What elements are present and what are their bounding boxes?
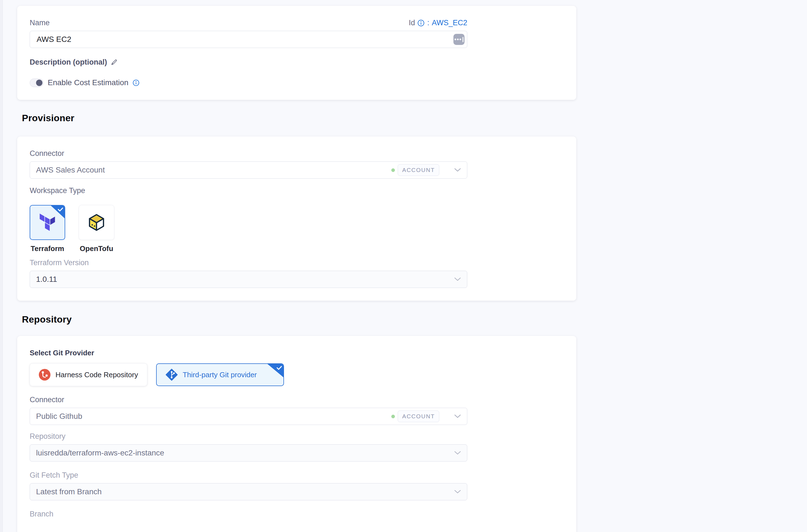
workspace-type-opentofu-tile[interactable] [79, 205, 114, 240]
git-provider-harness-label: Harness Code Repository [56, 370, 138, 379]
git-fetch-type-select[interactable]: Latest from Branch [30, 483, 467, 500]
git-fetch-type-value: Latest from Branch [36, 487, 439, 496]
git-provider-thirdparty-label: Third-party Git provider [183, 370, 257, 379]
repository-select[interactable]: luisredda/terraform-aws-ec2-instance [30, 444, 467, 461]
workspace-details-card: Name Id : AWS_EC2 Description (optional) [17, 6, 576, 100]
harness-code-icon [39, 369, 51, 381]
check-icon [276, 365, 282, 370]
repository-card: Select Git Provider Harness Code Reposit… [17, 336, 576, 532]
tile-label-terraform: Terraform [31, 244, 64, 253]
repository-value: luisredda/terraform-aws-ec2-instance [36, 449, 439, 457]
scope-badge: ACCOUNT [398, 411, 439, 422]
provisioner-heading: Provisioner [22, 113, 576, 124]
check-icon [58, 207, 63, 212]
workspace-type-terraform-tile[interactable] [30, 205, 65, 240]
workspace-type-label: Workspace Type [30, 186, 564, 195]
fixed-value-type-icon[interactable] [454, 34, 464, 45]
workspace-config-page: Name Id : AWS_EC2 Description (optional) [17, 0, 576, 532]
description-label: Description (optional) [30, 58, 107, 66]
git-icon [166, 368, 178, 381]
repository-label: Repository [30, 432, 564, 441]
chevron-down-icon [454, 490, 461, 494]
git-provider-harness-button[interactable]: Harness Code Repository [30, 363, 147, 386]
id-label: Id [409, 19, 415, 27]
pencil-icon[interactable] [110, 59, 118, 66]
git-fetch-type-label: Git Fetch Type [30, 471, 564, 479]
opentofu-icon [88, 213, 105, 232]
repo-connector-label: Connector [30, 396, 564, 404]
scope-dot-icon [391, 415, 395, 418]
repo-connector-select[interactable]: Public Github ACCOUNT [30, 408, 467, 425]
provisioner-connector-label: Connector [30, 149, 564, 158]
provisioner-card: Connector AWS Sales Account ACCOUNT Work… [17, 136, 576, 301]
chevron-down-icon [454, 168, 461, 172]
name-input[interactable] [30, 35, 454, 44]
workspace-id: Id : AWS_EC2 [409, 19, 467, 27]
info-icon[interactable] [417, 19, 425, 26]
chevron-down-icon [454, 414, 461, 418]
scope-dot-icon [391, 168, 395, 172]
chevron-down-icon [454, 278, 461, 281]
id-value-link[interactable]: AWS_EC2 [432, 19, 467, 27]
terraform-version-label: Terraform Version [30, 259, 564, 267]
tile-label-opentofu: OpenTofu [80, 244, 113, 253]
scope-badge: ACCOUNT [398, 164, 439, 176]
repository-heading: Repository [22, 314, 576, 325]
git-provider-label: Select Git Provider [30, 349, 94, 357]
cost-estimation-toggle[interactable] [30, 78, 43, 87]
connector-value: AWS Sales Account [36, 166, 391, 174]
terraform-version-value: 1.0.11 [36, 275, 439, 284]
id-separator: : [427, 19, 429, 27]
name-input-wrapper [30, 31, 467, 48]
provisioner-connector-select[interactable]: AWS Sales Account ACCOUNT [30, 162, 467, 178]
name-label: Name [30, 19, 50, 27]
cost-estimation-label: Enable Cost Estimation [48, 78, 129, 87]
chevron-down-icon [454, 451, 461, 455]
terraform-version-select[interactable]: 1.0.11 [30, 271, 467, 288]
repo-connector-value: Public Github [36, 412, 391, 421]
git-provider-thirdparty-button[interactable]: Third-party Git provider [156, 363, 284, 386]
branch-label: Branch [30, 510, 564, 518]
info-icon[interactable] [133, 79, 139, 86]
